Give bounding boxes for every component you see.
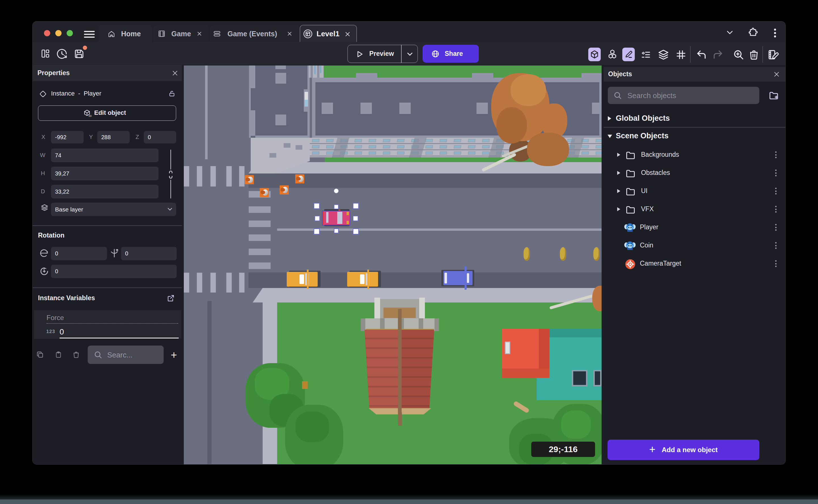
svg-text:3D: 3D: [88, 115, 92, 117]
